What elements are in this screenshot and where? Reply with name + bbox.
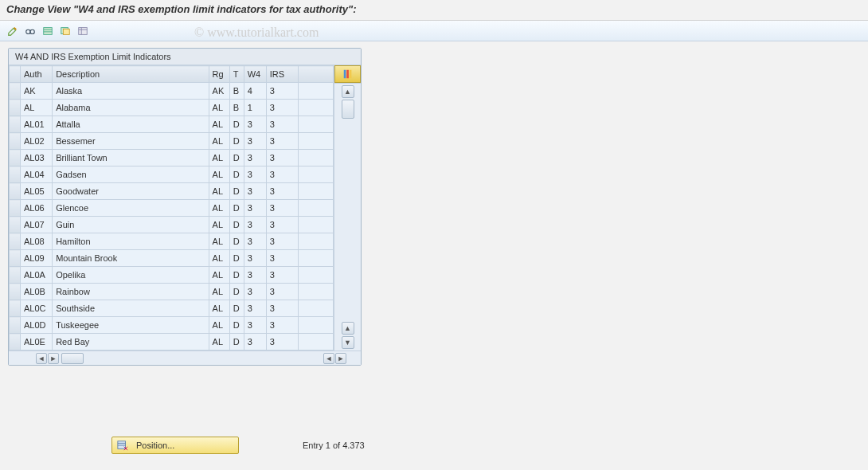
- table-row[interactable]: AL0BRainbowALD33: [10, 284, 334, 300]
- table-row[interactable]: AL0CSouthsideALD33: [10, 300, 334, 317]
- cell-rg[interactable]: AL: [209, 166, 229, 183]
- cell-w4[interactable]: 3: [244, 300, 266, 317]
- cell-rg[interactable]: AL: [209, 317, 229, 334]
- cell-t[interactable]: D: [229, 317, 244, 334]
- row-selector[interactable]: [10, 233, 21, 250]
- cell-w4[interactable]: 1: [244, 100, 266, 116]
- cell-rg[interactable]: AK: [209, 83, 229, 100]
- cell-irs[interactable]: 3: [266, 150, 298, 166]
- table-row[interactable]: AL05GoodwaterALD33: [10, 183, 334, 200]
- cell-w4[interactable]: 3: [244, 150, 266, 166]
- table-row[interactable]: AL06GlencoeALD33: [10, 200, 334, 217]
- table-row[interactable]: AKAlaskaAKB43: [10, 83, 334, 100]
- row-selector[interactable]: [10, 166, 21, 183]
- scroll-thumb[interactable]: [342, 100, 354, 119]
- cell-irs[interactable]: 3: [266, 200, 298, 217]
- cell-w4[interactable]: 3: [244, 233, 266, 250]
- col-desc[interactable]: Description: [53, 66, 209, 83]
- row-selector[interactable]: [10, 284, 21, 300]
- col-w4[interactable]: W4: [244, 66, 266, 83]
- cell-w4[interactable]: 3: [244, 217, 266, 233]
- cell-irs[interactable]: 3: [266, 133, 298, 150]
- table-row[interactable]: AL08HamiltonALD33: [10, 233, 334, 250]
- cell-w4[interactable]: 3: [244, 116, 266, 133]
- table-row[interactable]: ALAlabamaALB13: [10, 100, 334, 116]
- row-selector[interactable]: [10, 83, 21, 100]
- col-irs[interactable]: IRS: [266, 66, 298, 83]
- cell-rg[interactable]: AL: [209, 183, 229, 200]
- cell-desc[interactable]: Tuskeegee: [53, 317, 209, 334]
- cell-irs[interactable]: 3: [266, 334, 298, 351]
- table-row[interactable]: AL0DTuskeegeeALD33: [10, 317, 334, 334]
- cell-desc[interactable]: Brilliant Town: [53, 150, 209, 166]
- cell-w4[interactable]: 3: [244, 334, 266, 351]
- copy-button[interactable]: [57, 23, 73, 39]
- row-selector[interactable]: [10, 183, 21, 200]
- cell-auth[interactable]: AL: [21, 100, 53, 116]
- hscroll-thumb[interactable]: [61, 353, 84, 364]
- horizontal-scrollbar[interactable]: ◄ ► ◄ ►: [9, 351, 361, 365]
- cell-irs[interactable]: 3: [266, 300, 298, 317]
- cell-t[interactable]: D: [229, 233, 244, 250]
- table-row[interactable]: AL02BessemerALD33: [10, 133, 334, 150]
- change-button[interactable]: [5, 23, 21, 39]
- cell-w4[interactable]: 3: [244, 250, 266, 267]
- cell-t[interactable]: D: [229, 300, 244, 317]
- cell-auth[interactable]: AL0B: [21, 284, 53, 300]
- scroll-track[interactable]: [342, 100, 354, 320]
- cell-t[interactable]: B: [229, 100, 244, 116]
- table-row[interactable]: AL09Mountain BrookALD33: [10, 250, 334, 267]
- col-rg[interactable]: Rg: [209, 66, 229, 83]
- cell-rg[interactable]: AL: [209, 267, 229, 284]
- cell-irs[interactable]: 3: [266, 233, 298, 250]
- cell-auth[interactable]: AL06: [21, 200, 53, 217]
- cell-t[interactable]: D: [229, 150, 244, 166]
- cell-auth[interactable]: AL0E: [21, 334, 53, 351]
- cell-w4[interactable]: 3: [244, 200, 266, 217]
- cell-desc[interactable]: Bessemer: [53, 133, 209, 150]
- row-selector[interactable]: [10, 133, 21, 150]
- cell-desc[interactable]: Opelika: [53, 267, 209, 284]
- cell-auth[interactable]: AL0A: [21, 267, 53, 284]
- scroll-right-step-button[interactable]: ►: [48, 353, 59, 364]
- cell-w4[interactable]: 3: [244, 317, 266, 334]
- cell-desc[interactable]: Alabama: [53, 100, 209, 116]
- cell-t[interactable]: D: [229, 116, 244, 133]
- cell-rg[interactable]: AL: [209, 150, 229, 166]
- cell-irs[interactable]: 3: [266, 83, 298, 100]
- cell-rg[interactable]: AL: [209, 100, 229, 116]
- cell-t[interactable]: D: [229, 166, 244, 183]
- delete-button[interactable]: [75, 23, 91, 39]
- glasses-button[interactable]: [22, 23, 38, 39]
- cell-irs[interactable]: 3: [266, 267, 298, 284]
- table-row[interactable]: AL01AttallaALD33: [10, 116, 334, 133]
- table-row[interactable]: AL0AOpelikaALD33: [10, 267, 334, 284]
- cell-irs[interactable]: 3: [266, 250, 298, 267]
- table-row[interactable]: AL07GuinALD33: [10, 217, 334, 233]
- cell-irs[interactable]: 3: [266, 317, 298, 334]
- cell-desc[interactable]: Attalla: [53, 116, 209, 133]
- row-selector[interactable]: [10, 317, 21, 334]
- cell-auth[interactable]: AK: [21, 83, 53, 100]
- row-selector[interactable]: [10, 100, 21, 116]
- row-selector[interactable]: [10, 217, 21, 233]
- vertical-scrollbar[interactable]: ▲ ▲ ▼: [334, 83, 361, 351]
- cell-auth[interactable]: AL01: [21, 116, 53, 133]
- row-selector[interactable]: [10, 250, 21, 267]
- cell-desc[interactable]: Mountain Brook: [53, 250, 209, 267]
- cell-desc[interactable]: Alaska: [53, 83, 209, 100]
- cell-t[interactable]: D: [229, 133, 244, 150]
- cell-auth[interactable]: AL0C: [21, 300, 53, 317]
- cell-rg[interactable]: AL: [209, 284, 229, 300]
- row-selector[interactable]: [10, 300, 21, 317]
- scroll-down-mid-button[interactable]: ▲: [342, 322, 354, 335]
- cell-desc[interactable]: Southside: [53, 300, 209, 317]
- cell-rg[interactable]: AL: [209, 200, 229, 217]
- configure-columns-button[interactable]: [334, 65, 361, 83]
- cell-rg[interactable]: AL: [209, 217, 229, 233]
- row-selector[interactable]: [10, 267, 21, 284]
- scroll-up-button[interactable]: ▲: [342, 85, 354, 98]
- new-entries-button[interactable]: [40, 23, 56, 39]
- cell-auth[interactable]: AL08: [21, 233, 53, 250]
- table-row[interactable]: AL04GadsenALD33: [10, 166, 334, 183]
